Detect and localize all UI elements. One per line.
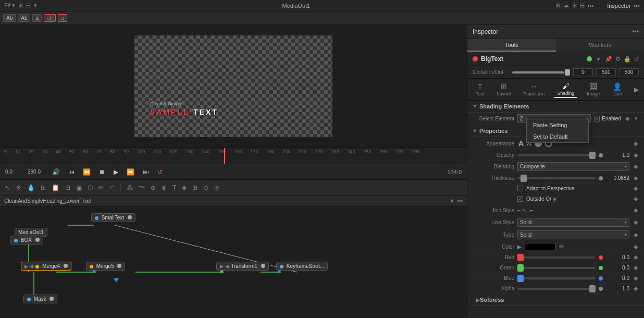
thickness-slider[interactable] bbox=[517, 177, 596, 179]
node-settings-icon[interactable]: ⚙ bbox=[615, 56, 621, 63]
appearance-icon-A1[interactable]: A bbox=[518, 139, 524, 148]
blending-dropdown[interactable]: Composite ▾ bbox=[517, 162, 629, 171]
tool-mask2[interactable]: ⊙ bbox=[202, 183, 210, 192]
view-icon2[interactable]: ⊟ bbox=[26, 2, 31, 9]
tab-modifiers[interactable]: Modifiers bbox=[556, 39, 645, 52]
frame-back-btn[interactable]: ⏪ bbox=[81, 167, 93, 177]
stop-btn[interactable]: ⏹ bbox=[97, 167, 107, 177]
node-lock-icon[interactable]: 🔒 bbox=[624, 56, 631, 63]
tool-pen[interactable]: ✏ bbox=[97, 183, 105, 192]
enabled-down-btn[interactable]: ▾ bbox=[634, 115, 639, 122]
green-add-btn[interactable]: ◆ bbox=[633, 264, 639, 271]
red-slider[interactable] bbox=[517, 256, 596, 259]
node-merge5[interactable]: Merge5 bbox=[86, 262, 125, 271]
node-mask[interactable]: Mask bbox=[23, 295, 57, 303]
skip-end-btn[interactable]: ⏭ bbox=[141, 167, 151, 177]
node-box[interactable]: BOX bbox=[10, 236, 43, 244]
node-graph-close[interactable]: ✕ bbox=[450, 198, 454, 204]
icon-r2[interactable]: ☁ bbox=[563, 2, 569, 9]
tool-select[interactable]: ▣ bbox=[75, 183, 83, 192]
alpha-thumb[interactable] bbox=[589, 285, 596, 292]
color-expand-btn[interactable]: ▶ bbox=[517, 244, 522, 250]
blue-slider[interactable] bbox=[517, 277, 596, 279]
inspector-menu-icon[interactable]: ••• bbox=[632, 28, 639, 35]
opacity-slider[interactable] bbox=[517, 154, 596, 156]
timeline-playhead[interactable] bbox=[224, 148, 225, 164]
node-merge4[interactable]: ▶ ◀ Merge4 bbox=[21, 262, 71, 271]
color-swatch[interactable] bbox=[525, 243, 556, 250]
tab-text[interactable]: T Text bbox=[473, 81, 488, 97]
node-status-dropdown[interactable]: ▾ bbox=[597, 56, 600, 62]
fit-dropdown[interactable]: Fit ▾ bbox=[4, 2, 15, 9]
tool-copy[interactable]: ⊞ bbox=[39, 183, 47, 192]
frame-fwd-btn[interactable]: ⏩ bbox=[125, 167, 137, 177]
blue-add-btn[interactable]: ◆ bbox=[633, 275, 639, 282]
play-btn[interactable]: ▶ bbox=[112, 167, 120, 177]
text-btn-ab3[interactable]: ab bbox=[44, 14, 56, 22]
skip-start-btn[interactable]: ⏮ bbox=[66, 167, 77, 177]
text-btn-ab2[interactable]: Ab bbox=[18, 14, 30, 22]
tool-particle[interactable]: ⁂ bbox=[125, 183, 134, 192]
icon-r4[interactable]: ⊟ bbox=[580, 2, 585, 9]
text-btn-a1[interactable]: a bbox=[32, 14, 42, 22]
adapt-checkbox[interactable] bbox=[517, 186, 523, 191]
shading-elements-header[interactable]: ▼ Shading Elements bbox=[467, 101, 644, 113]
tool-frame[interactable]: ⊟ bbox=[64, 183, 72, 192]
color-picker-icon[interactable]: ✏ bbox=[559, 243, 564, 250]
text-btn-ab1[interactable]: Ab bbox=[3, 14, 16, 22]
node-reset-icon[interactable]: ↺ bbox=[634, 56, 639, 63]
red-thumb[interactable] bbox=[517, 254, 524, 261]
node-keyframestretch[interactable]: KeyframeStret... bbox=[276, 262, 328, 271]
tab-tools[interactable]: Tools bbox=[467, 39, 556, 52]
outside-only-checkbox[interactable] bbox=[517, 196, 523, 202]
thickness-add-btn[interactable]: ◆ bbox=[633, 175, 639, 181]
node-smalltext[interactable]: SmallText bbox=[91, 213, 135, 222]
global-in-value[interactable]: 0 bbox=[573, 68, 593, 76]
type-dropdown[interactable]: Solid ▾ bbox=[517, 230, 629, 239]
node-graph-canvas[interactable]: SmallText MediaOut1 BOX ▶ ◀ Merge4 bbox=[0, 207, 467, 318]
opacity-thumb[interactable] bbox=[589, 152, 596, 159]
blending-add-btn[interactable]: ◆ bbox=[633, 163, 639, 170]
tab-expand-arrow[interactable]: ▶ bbox=[634, 86, 639, 93]
line-style-dropdown[interactable]: Solid ▾ bbox=[517, 218, 629, 227]
view-icon1[interactable]: ⊞ bbox=[18, 2, 23, 9]
green-slider[interactable] bbox=[517, 267, 596, 269]
type-add-btn[interactable]: ◆ bbox=[633, 231, 639, 238]
appearance-add-btn[interactable]: ◆ bbox=[633, 140, 639, 147]
tool-wave[interactable]: 〜 bbox=[137, 182, 146, 193]
text-btn-a2[interactable]: a bbox=[58, 14, 67, 22]
red-add-btn[interactable]: ◆ bbox=[633, 254, 639, 261]
blue-thumb[interactable] bbox=[517, 275, 524, 282]
join-style-add-btn[interactable]: ◆ bbox=[633, 207, 639, 214]
tab-image[interactable]: 🖼 Image bbox=[584, 81, 603, 97]
adapt-add-btn[interactable]: ◆ bbox=[633, 185, 639, 192]
tool-poly[interactable]: ⬡ bbox=[86, 183, 94, 192]
context-menu-paste[interactable]: Paste Setting bbox=[527, 119, 588, 131]
tool-shape[interactable]: ◈ bbox=[180, 183, 188, 192]
global-mid-value[interactable]: 501 bbox=[596, 68, 616, 76]
enabled-checkbox[interactable] bbox=[594, 116, 600, 121]
node-pin-icon[interactable]: 📌 bbox=[605, 56, 612, 63]
tab-user[interactable]: 👤 User bbox=[609, 81, 625, 97]
alpha-add-btn[interactable]: ◆ bbox=[633, 285, 639, 292]
join-bevel-icon[interactable]: ⌐ bbox=[529, 206, 533, 214]
line-style-add-btn[interactable]: ◆ bbox=[633, 219, 639, 226]
join-round-icon[interactable]: ⌐ bbox=[521, 205, 529, 214]
join-miter-icon[interactable]: ⌐ bbox=[516, 206, 521, 214]
tool-3d[interactable]: ⊞ bbox=[191, 183, 199, 192]
alpha-slider[interactable] bbox=[517, 288, 596, 290]
tool-blur[interactable]: ◎ bbox=[213, 183, 221, 192]
enabled-add-btn[interactable]: ◆ bbox=[624, 115, 630, 122]
node-graph-menu[interactable]: ••• bbox=[457, 198, 463, 204]
tool-sun[interactable]: ☀ bbox=[14, 183, 23, 192]
tool-lasso[interactable]: ⊂ bbox=[108, 183, 116, 192]
thickness-thumb[interactable] bbox=[521, 175, 527, 182]
loop-btn[interactable]: ↺ bbox=[155, 167, 165, 177]
green-thumb[interactable] bbox=[517, 264, 524, 272]
global-range-bar[interactable] bbox=[512, 71, 570, 74]
tool-cursor[interactable]: ↖ bbox=[3, 183, 11, 192]
tool-drop[interactable]: 💧 bbox=[26, 183, 36, 192]
icon-r1[interactable]: ⊞ bbox=[555, 2, 560, 9]
color-add-btn[interactable]: ◆ bbox=[633, 243, 639, 250]
icon-r3[interactable]: ⊞ bbox=[572, 2, 577, 9]
